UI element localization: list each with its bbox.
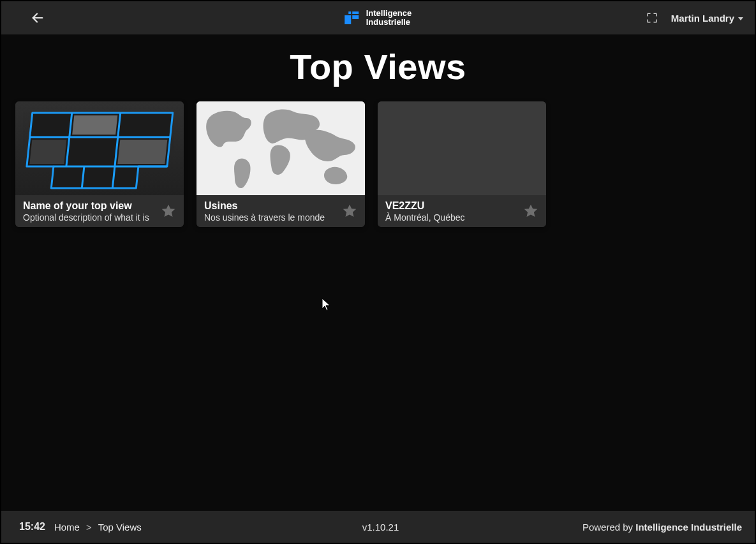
user-menu[interactable]: Martin Landry [671, 13, 743, 24]
card-thumbnail [15, 101, 184, 195]
brand-logo-icon [345, 10, 360, 26]
card-title: VE2ZZU [385, 200, 517, 212]
cards-grid: Name of your top view Optional descripti… [1, 101, 755, 227]
fullscreen-button[interactable] [644, 10, 660, 26]
star-icon [523, 203, 539, 219]
view-card[interactable]: Name of your top view Optional descripti… [15, 101, 184, 227]
card-description: Optional description of what it is [23, 212, 154, 223]
cursor-icon [322, 298, 331, 311]
card-title: Usines [204, 200, 336, 212]
favorite-button[interactable] [159, 202, 177, 220]
star-icon [341, 203, 358, 219]
favorite-button[interactable] [522, 202, 540, 220]
caret-down-icon [738, 17, 743, 20]
brand-text: Intelligence Industrielle [366, 9, 412, 26]
page-title: Top Views [1, 46, 755, 87]
card-thumbnail [196, 101, 365, 195]
back-button[interactable] [27, 7, 48, 29]
footer: 15:42 Home > Top Views v1.10.21 Powered … [1, 511, 755, 543]
breadcrumb-item[interactable]: Top Views [98, 522, 142, 533]
star-icon [160, 203, 177, 219]
user-name: Martin Landry [671, 13, 734, 24]
header: Intelligence Industrielle Martin Landry [1, 1, 755, 34]
favorite-button[interactable] [341, 202, 359, 220]
card-thumbnail [378, 101, 546, 195]
breadcrumb: Home > Top Views [54, 522, 142, 533]
breadcrumb-separator: > [86, 522, 92, 533]
svg-rect-6 [72, 115, 117, 135]
breadcrumb-item[interactable]: Home [54, 522, 80, 533]
card-description: À Montréal, Québec [385, 212, 517, 223]
footer-time: 15:42 [19, 521, 45, 533]
fullscreen-icon [646, 12, 658, 24]
svg-rect-7 [117, 140, 167, 164]
version: v1.10.21 [362, 522, 399, 533]
card-title: Name of your top view [23, 200, 154, 212]
powered-by: Powered by Intelligence Industrielle [582, 522, 742, 533]
svg-rect-8 [29, 140, 66, 164]
view-card[interactable]: VE2ZZU À Montréal, Québec [378, 101, 546, 227]
arrow-left-icon [31, 11, 45, 25]
card-description: Nos usines à travers le monde [204, 212, 336, 223]
brand[interactable]: Intelligence Industrielle [345, 9, 412, 26]
main: Top Views [1, 34, 755, 511]
view-card[interactable]: Usines Nos usines à travers le monde [196, 101, 365, 227]
